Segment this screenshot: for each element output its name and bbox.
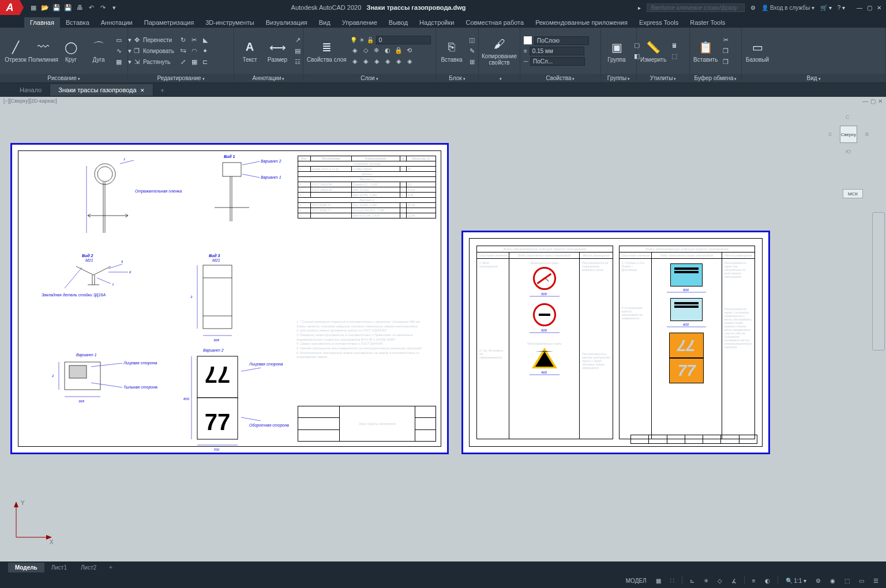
doc-restore-icon[interactable]: ▢ — [870, 98, 876, 104]
tab-3dtools[interactable]: 3D-инструменты — [200, 17, 260, 28]
annoscale-icon[interactable]: 🔍 1:1 ▾ — [784, 578, 808, 584]
dim-button[interactable]: ⟷Размер — [265, 39, 290, 63]
ortho-icon[interactable]: ⊾ — [688, 578, 696, 584]
plot-icon[interactable]: 🖶 — [75, 3, 84, 12]
mtext-icon[interactable]: ☷ — [293, 57, 302, 66]
calc-icon[interactable]: 🖩 — [670, 41, 679, 50]
copy-icon[interactable]: ❐ — [721, 46, 730, 55]
grid-icon[interactable]: ▦ — [654, 578, 663, 584]
linetype-select[interactable]: ─ПоСл... — [524, 57, 589, 66]
tab-view[interactable]: Вид — [313, 17, 336, 28]
help-icon[interactable]: ? ▾ — [838, 5, 845, 11]
clean-icon[interactable]: ▭ — [857, 578, 866, 584]
polyline-button[interactable]: 〰Полилиния — [31, 39, 55, 63]
lay-icon[interactable]: ◈ — [405, 57, 414, 66]
trim-icon[interactable]: ✂ — [190, 35, 199, 44]
new-layout-button[interactable]: ＋ — [103, 561, 118, 573]
layerprops-button[interactable]: ≣Свойства слоя — [307, 39, 347, 63]
lay-icon[interactable]: ◈ — [361, 57, 370, 66]
custom-icon[interactable]: ☰ — [872, 578, 880, 584]
panel-title-view[interactable]: Вид — [742, 74, 885, 82]
arc-button[interactable]: ⌒Дуга — [87, 39, 111, 63]
stretch-button[interactable]: ⇲Растянуть — [132, 57, 175, 66]
lineweight-select[interactable]: ≡0.15 мм — [524, 47, 589, 55]
rect-icon[interactable]: ▭ — [114, 35, 123, 44]
wcs-badge[interactable]: МСК — [843, 189, 863, 198]
tab-home[interactable]: Главная — [24, 17, 60, 28]
polar-icon[interactable]: ✳ — [702, 578, 710, 584]
tab-collab[interactable]: Совместная работа — [460, 17, 530, 28]
explode-icon[interactable]: ✦ — [201, 46, 210, 55]
laymch-icon[interactable]: ⟲ — [405, 46, 414, 55]
gear-icon[interactable]: ⚙ — [814, 578, 823, 584]
panel-title-clip[interactable]: Буфер обмена — [690, 74, 741, 82]
matchprops-button[interactable]: 🖌Копирование свойств — [482, 36, 516, 66]
close-icon[interactable]: ✕ — [877, 5, 881, 11]
rotate-icon[interactable]: ↻ — [179, 35, 188, 44]
osnap-icon[interactable]: ◇ — [716, 578, 724, 584]
panel-title-layers[interactable]: Слои — [303, 74, 436, 82]
close-tab-icon[interactable]: ✕ — [140, 88, 145, 93]
viewport-label[interactable]: [−][Сверху][2D-каркас] — [3, 98, 57, 104]
panel-title-utils[interactable]: Утилиты — [637, 74, 689, 82]
copy-button[interactable]: ❐Копировать — [132, 46, 175, 55]
tab-insert[interactable]: Вставка — [60, 17, 95, 28]
cart-icon[interactable]: 🛒 ▾ — [820, 5, 832, 11]
isolate-icon[interactable]: ◉ — [828, 578, 837, 584]
drawing-area[interactable]: [−][Сверху][2D-каркас] — ▢ ✕ С Ю З В Све… — [0, 97, 886, 573]
redo-icon[interactable]: ↷ — [98, 3, 107, 12]
app-logo[interactable]: A — [0, 0, 20, 15]
laymcur-icon[interactable]: ◈ — [350, 46, 359, 55]
tab-express[interactable]: Express Tools — [633, 17, 684, 28]
saveas-icon[interactable]: 💾 — [63, 3, 73, 12]
panel-title-groups[interactable]: Группы — [601, 74, 636, 82]
tab-layout-2[interactable]: Лист2 — [74, 563, 103, 572]
tab-manage[interactable]: Управление — [336, 17, 383, 28]
signin-link[interactable]: 👤 Вход в службы ▾ — [761, 5, 814, 11]
baseview-button[interactable]: ▭Базовый — [745, 39, 769, 63]
lineweight-icon[interactable]: ≡ — [750, 578, 757, 584]
group-button[interactable]: ▣Группа — [605, 39, 629, 63]
circle-button[interactable]: ◯Круг — [59, 39, 83, 63]
tab-raster[interactable]: Raster Tools — [684, 17, 731, 28]
open-icon[interactable]: 📂 — [40, 3, 50, 12]
infocenter-icon[interactable]: ⚙ — [750, 5, 756, 11]
lay-icon[interactable]: ◈ — [383, 57, 392, 66]
new-tab-button[interactable]: ＋ — [153, 84, 171, 97]
tab-parametric[interactable]: Параметризация — [138, 17, 200, 28]
search-input[interactable]: Введите ключевое слово/фразу — [647, 3, 745, 12]
panel-title-props[interactable]: Свойства — [520, 74, 600, 82]
offset-icon[interactable]: ⊏ — [201, 57, 210, 66]
otrack-icon[interactable]: ∡ — [730, 578, 738, 584]
tab-output[interactable]: Вывод — [383, 17, 414, 28]
panel-title-draw[interactable]: Рисование — [0, 74, 127, 82]
measure-button[interactable]: 📏Измерить — [640, 39, 666, 63]
new-icon[interactable]: ▦ — [29, 3, 38, 12]
laylck-icon[interactable]: 🔒 — [394, 46, 403, 55]
spline-icon[interactable]: ∿ — [114, 46, 123, 55]
attr-icon[interactable]: ⊞ — [467, 57, 476, 66]
tab-document[interactable]: Знаки трассы газопровода✕ — [50, 84, 153, 96]
restore-icon[interactable]: ▢ — [867, 5, 872, 11]
paste-button[interactable]: 📋Вставить — [693, 39, 718, 63]
nav-bar[interactable] — [872, 212, 885, 350]
tab-layout-1[interactable]: Лист1 — [44, 563, 74, 572]
tab-annotate[interactable]: Аннотации — [95, 17, 138, 28]
layoff-icon[interactable]: ◐ — [383, 46, 392, 55]
table-icon[interactable]: ▤ — [293, 46, 302, 55]
minimize-icon[interactable]: — — [857, 5, 862, 11]
panel-title-modify[interactable]: Редактирование — [128, 74, 234, 82]
line-button[interactable]: ╱Отрезок — [3, 39, 28, 63]
color-select[interactable]: ПоСлою — [524, 36, 589, 45]
lay-icon[interactable]: ◈ — [350, 57, 359, 66]
hardware-icon[interactable]: ⬚ — [843, 578, 851, 584]
move-button[interactable]: ✥Перенести — [132, 35, 175, 44]
viewcube[interactable]: С Ю З В Сверху — [828, 114, 869, 154]
fillet-icon[interactable]: ◠ — [190, 46, 199, 55]
snap-icon[interactable]: ⸬ — [669, 577, 676, 584]
layfrz-icon[interactable]: ❄ — [372, 46, 381, 55]
copybase-icon[interactable]: ❐ — [721, 57, 730, 66]
modelspace-toggle[interactable]: МОДЕЛ — [624, 578, 648, 584]
lay-icon[interactable]: ◈ — [372, 57, 381, 66]
search-play-icon[interactable]: ▸ — [638, 5, 641, 11]
